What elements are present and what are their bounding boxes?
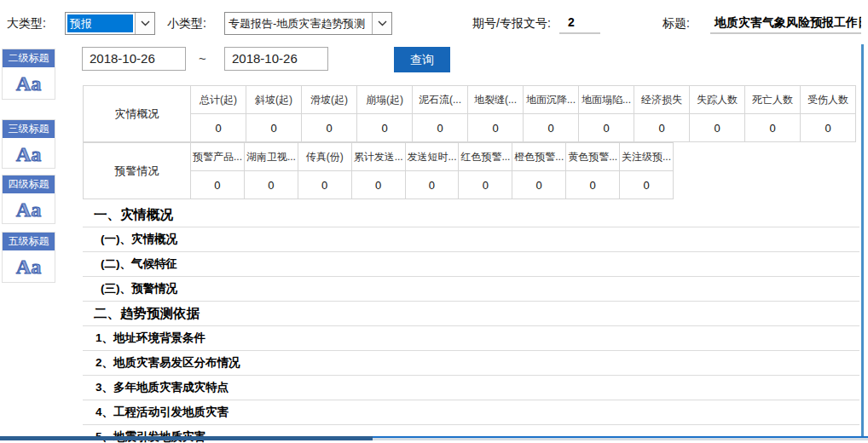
- sidebar-item-heading-4[interactable]: 四级标题 Aa: [2, 175, 55, 224]
- table-value-cell: 0: [413, 114, 468, 142]
- horizontal-scrollbar[interactable]: [0, 436, 868, 440]
- warning-stats-table: 预警情况 预警产品... 湖南卫视... 传真(份) 累计发送... 发送短时.…: [83, 142, 674, 199]
- table-header-cell: 红色预警...: [459, 143, 512, 171]
- table-header-cell: 地面塌陷...: [579, 86, 634, 114]
- minor-type-select[interactable]: 专题报告-地质灾害趋势预测: [224, 12, 392, 35]
- issue-number-label: 期号/专报文号:: [472, 16, 551, 32]
- horizontal-scrollbar-thumb[interactable]: [0, 436, 373, 440]
- warning-row-label: 预警情况: [84, 143, 191, 199]
- table-header-cell: 发送短时...: [405, 143, 459, 171]
- minor-type-selected-value: 专题报告-地质灾害趋势预测: [225, 13, 372, 34]
- table-value-cell: 0: [620, 171, 674, 199]
- outline-row-section-2[interactable]: 二、趋势预测依据: [83, 302, 859, 326]
- table-value-cell: 0: [302, 114, 357, 142]
- stats-row-label: 灾情概况: [84, 86, 191, 142]
- chevron-down-icon: [372, 13, 391, 34]
- date-to-input[interactable]: 2018-10-26: [224, 47, 328, 71]
- issue-number-input[interactable]: 2: [559, 12, 600, 34]
- table-header-cell: 崩塌(起): [357, 86, 413, 114]
- table-header-cell: 总计(起): [191, 86, 246, 114]
- table-value-cell: 0: [579, 114, 634, 142]
- outline-row-section-2-3[interactable]: 3、多年地质灾害成灾特点: [83, 376, 859, 400]
- table-value-cell: 0: [745, 114, 801, 142]
- table-value-cell: 0: [459, 171, 512, 199]
- table-value-cell: 0: [801, 114, 856, 142]
- outline-row-section-1-3[interactable]: (三)、预警情况: [83, 277, 859, 302]
- major-type-label: 大类型:: [7, 16, 46, 32]
- heading-style-preview-icon: Aa: [3, 138, 55, 170]
- sidebar-item-heading-2[interactable]: 二级标题 Aa: [2, 49, 55, 100]
- table-header-cell: 死亡人数: [745, 86, 801, 114]
- table-header-cell: 地裂缝(...: [468, 86, 524, 114]
- table-value-cell: 0: [298, 171, 351, 199]
- outline-row-section-1-2[interactable]: (二)、气候特征: [83, 252, 859, 277]
- disaster-stats-table: 灾情概况 总计(起) 斜坡(起) 滑坡(起) 崩塌(起) 泥石流(... 地裂缝…: [83, 85, 856, 142]
- outline-row-section-2-4[interactable]: 4、工程活动引发地质灾害: [83, 400, 859, 425]
- table-header-cell: 湖南卫视...: [244, 143, 298, 171]
- table-value-cell: 0: [357, 114, 413, 142]
- heading-3-label: 三级标题: [3, 120, 55, 138]
- table-header-cell: 橙色预警...: [512, 143, 566, 171]
- table-header-cell: 泥石流(...: [413, 86, 468, 114]
- table-value-cell: 0: [566, 171, 620, 199]
- table-header-cell: 传真(份): [298, 143, 351, 171]
- outline-row-section-1[interactable]: 一、灾情概况: [83, 203, 859, 227]
- table-value-cell: 0: [524, 114, 579, 142]
- table-value-cell: 0: [191, 114, 246, 142]
- heading-5-label: 五级标题: [3, 233, 55, 250]
- table-header-cell: 黄色预警...: [566, 143, 620, 171]
- minor-type-label: 小类型:: [167, 16, 206, 32]
- chevron-down-icon: [135, 13, 154, 34]
- table-value-cell: 0: [512, 171, 566, 199]
- heading-style-preview-icon: Aa: [3, 250, 55, 283]
- table-value-cell: 0: [244, 171, 298, 199]
- table-header-cell: 受伤人数: [801, 86, 856, 114]
- title-input[interactable]: 地质灾害气象风险预报工作日报: [710, 12, 861, 34]
- outline-row-section-1-1[interactable]: (一)、灾情概况: [83, 227, 859, 252]
- table-header-cell: 失踪人数: [690, 86, 745, 114]
- outline-row-section-2-1[interactable]: 1、地址环境背景条件: [83, 326, 859, 351]
- table-header-cell: 预警产品...: [191, 143, 245, 171]
- heading-style-preview-icon: Aa: [3, 193, 55, 226]
- table-row: 0 0 0 0 0 0 0 0 0 0 0 0: [84, 114, 856, 142]
- table-row: 预警情况 预警产品... 湖南卫视... 传真(份) 累计发送... 发送短时.…: [84, 143, 674, 171]
- heading-4-label: 四级标题: [3, 175, 55, 193]
- window-right-border: [861, 44, 864, 436]
- query-button[interactable]: 查询: [394, 47, 450, 72]
- major-type-select[interactable]: 预报: [65, 12, 155, 35]
- major-type-selected-value: 预报: [67, 14, 133, 32]
- sidebar-item-heading-3[interactable]: 三级标题 Aa: [2, 119, 55, 169]
- table-row: 灾情概况 总计(起) 斜坡(起) 滑坡(起) 崩塌(起) 泥石流(... 地裂缝…: [84, 86, 856, 114]
- table-value-cell: 0: [634, 114, 690, 142]
- table-header-cell: 经济损失: [634, 86, 690, 114]
- table-value-cell: 0: [468, 114, 524, 142]
- table-header-cell: 滑坡(起): [302, 86, 357, 114]
- scrollbar-track-segment: [373, 438, 868, 440]
- heading-style-preview-icon: Aa: [3, 67, 55, 100]
- table-header-cell: 斜坡(起): [246, 86, 302, 114]
- table-header-cell: 累计发送...: [351, 143, 405, 171]
- date-range-tilde: ~: [199, 51, 206, 66]
- table-header-cell: 地面沉降...: [524, 86, 579, 114]
- table-value-cell: 0: [351, 171, 405, 199]
- date-from-input[interactable]: 2018-10-26: [82, 47, 186, 71]
- table-value-cell: 0: [246, 114, 302, 142]
- table-value-cell: 0: [690, 114, 745, 142]
- title-label: 标题:: [663, 16, 690, 32]
- table-value-cell: 0: [405, 171, 459, 199]
- table-value-cell: 0: [191, 171, 245, 199]
- sidebar-item-heading-5[interactable]: 五级标题 Aa: [2, 232, 55, 283]
- heading-2-label: 二级标题: [3, 49, 55, 67]
- table-header-cell: 关注级预...: [620, 143, 674, 171]
- outline-row-section-2-2[interactable]: 2、地质灾害易发区分布情况: [83, 351, 859, 376]
